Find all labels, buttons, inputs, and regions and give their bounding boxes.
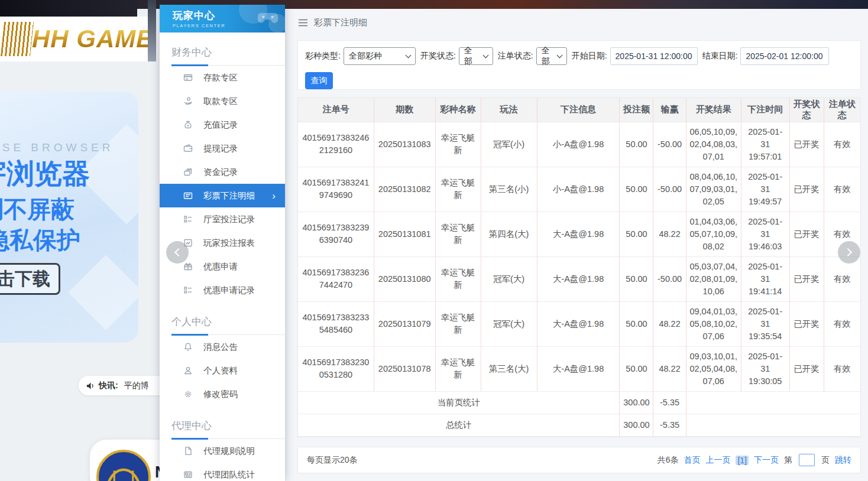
chevron-right-icon: › <box>272 191 276 201</box>
sidebar-item-agent-team-stats[interactable]: 代理团队统计 <box>160 463 285 481</box>
browser-ad-banner[interactable]: RSE BROWSER 宇浏览器 制不屏蔽 隐私保护 击下载 <box>0 92 138 343</box>
table-header-row: 注单号 期数 彩种名称 玩法 下注信息 投注额 输赢 开奖结果 下注时间 开奖状… <box>298 98 860 122</box>
news-icon <box>183 470 193 479</box>
sidebar-item-funds-records[interactable]: 资金记录 <box>160 160 285 184</box>
col-bet-time: 下注时间 <box>741 98 789 122</box>
lottery-type-select[interactable]: 全部彩种 <box>344 47 416 65</box>
summary-cell: -5.35 <box>653 414 686 436</box>
table-cell: 第三名(大) <box>481 346 537 391</box>
summary-cell: -5.35 <box>653 391 686 414</box>
sidebar-item-label: 消息公告 <box>203 342 238 353</box>
sidebar-item-withdraw[interactable]: 取款专区 <box>160 89 285 113</box>
jump-button[interactable]: 跳转 <box>835 455 851 466</box>
table-cell: 09,04,01,03,05,08,10,02,07,06 <box>686 301 741 346</box>
col-bet-amount: 投注额 <box>620 98 653 122</box>
table-cell: 已开奖 <box>789 301 824 346</box>
start-date-input[interactable] <box>610 47 698 65</box>
sidebar-item-promo-apply-records[interactable]: 优惠申请记录 <box>160 278 285 302</box>
panel-next-button[interactable] <box>838 241 860 264</box>
order-status-select[interactable]: 全部 <box>536 47 567 65</box>
page-size-text: 每页显示20条 <box>307 455 358 466</box>
hand-coin-icon <box>183 96 193 106</box>
sidebar-header: 玩家中心 PLAYERS CENTER <box>160 5 285 32</box>
total-count: 共6条 <box>658 455 679 466</box>
ticker-text: 平的博 <box>124 381 149 391</box>
sidebar-item-withdrawal-records[interactable]: 提现记录 <box>160 136 285 160</box>
table-cell: 已开奖 <box>789 122 824 167</box>
chevron-down-icon <box>556 53 562 58</box>
sidebar-item-deposit[interactable]: 存款专区 <box>160 66 285 89</box>
col-period: 期数 <box>374 98 435 122</box>
bet-details-table: 注单号 期数 彩种名称 玩法 下注信息 投注额 输赢 开奖结果 下注时间 开奖状… <box>297 98 861 437</box>
speaker-icon <box>86 382 95 390</box>
sidebar-item-hall-bet-records[interactable]: 厅室投注记录 <box>160 207 285 231</box>
col-lottery-name: 彩种名称 <box>435 98 481 122</box>
table-cell: 已开奖 <box>789 167 824 212</box>
top-left-dark-band <box>0 0 137 18</box>
table-cell: 2025-01-31 19:46:03 <box>741 212 789 256</box>
hamburger-icon[interactable] <box>298 19 308 27</box>
sidebar-item-profile[interactable]: 个人资料 <box>160 359 285 382</box>
section-title: 代理中心 <box>160 406 285 439</box>
sidebar-item-agent-rules[interactable]: 代理规则说明 <box>160 439 285 463</box>
prev-page-link[interactable]: 上一页 <box>705 455 730 466</box>
table-cell: 2025-01-31 19:49:57 <box>741 167 789 212</box>
table-cell: 50.00 <box>620 301 653 346</box>
next-page-link[interactable]: 下一页 <box>754 455 779 466</box>
section-title: 财务中心 <box>160 32 285 66</box>
sidebar-item-recharge-records[interactable]: 充值记录 <box>160 113 285 136</box>
ticket-list-icon <box>183 191 193 200</box>
filter-bar: 彩种类型: 全部彩种 开奖状态: 全部 注单状态: 全部 开始日期: 结束日期:… <box>297 40 861 90</box>
table-cell: 20250131082 <box>374 167 435 212</box>
sidebar-item-messages[interactable]: 消息公告 <box>160 335 285 359</box>
pagination-bar: 每页显示20条 共6条 首页 上一页 [1] 下一页 第页 跳转 <box>297 447 861 473</box>
draw-status-select[interactable]: 全部 <box>459 47 493 65</box>
col-order-status: 注单状态 <box>824 98 860 122</box>
current-page: [1] <box>736 456 749 465</box>
table-cell: -50.00 <box>653 122 686 167</box>
table-cell: 有效 <box>824 256 860 301</box>
bet-table-body: 40156917383246212916020250131083幸运飞艇新冠军(… <box>298 122 860 436</box>
main-content: 彩票下注明细 彩种类型: 全部彩种 开奖状态: 全部 注单状态: 全部 开始日期… <box>285 9 868 481</box>
table-cell: 20250131083 <box>374 122 435 167</box>
download-button[interactable]: 击下载 <box>0 263 60 295</box>
table-cell: 有效 <box>824 122 860 167</box>
table-cell: 401569173832396390740 <box>298 212 374 256</box>
sidebar-item-label: 彩票下注明细 <box>203 190 255 202</box>
table-cell: 已开奖 <box>789 346 824 391</box>
chevron-left-icon <box>174 248 183 256</box>
draw-status-label: 开奖状态: <box>420 51 456 61</box>
sidebar-item-change-password[interactable]: 修改密码 <box>160 382 285 406</box>
start-date-label: 开始日期: <box>572 51 607 61</box>
banner-subtitle: RSE BROWSER <box>0 141 114 154</box>
table-row: 40156917383230053128020250131078幸运飞艇新第三名… <box>298 346 860 391</box>
table-row: 40156917383233548546020250131079幸运飞艇新冠军(… <box>298 301 860 346</box>
table-cell: 大-A盘@1.98 <box>537 346 620 391</box>
logo-stripes-decoration <box>1 22 34 56</box>
summary-cell: 300.00 <box>620 391 653 414</box>
col-win-loss: 输赢 <box>653 98 686 122</box>
section-title: 个人中心 <box>160 302 285 335</box>
sidebar-item-label: 玩家投注报表 <box>203 238 255 249</box>
checklist-icon <box>183 214 193 224</box>
summary-cell <box>686 391 860 414</box>
banner-line3: 隐私保护 <box>0 224 80 256</box>
sidebar-item-label: 代理团队统计 <box>203 469 255 480</box>
sidebar-collapse-button[interactable] <box>166 241 189 264</box>
end-date-input[interactable] <box>740 47 829 65</box>
search-button[interactable]: 查询 <box>305 72 333 89</box>
end-date-label: 结束日期: <box>702 51 738 61</box>
first-page-link[interactable]: 首页 <box>684 455 700 466</box>
bridge-icon <box>99 452 148 481</box>
sidebar-item-label: 个人资料 <box>203 365 238 376</box>
table-cell: 401569173832300531280 <box>298 346 374 391</box>
sidebar-item-label: 优惠申请 <box>203 261 238 272</box>
jump-prefix: 第 <box>784 455 792 466</box>
table-cell: 2025-01-31 19:41:14 <box>741 256 789 301</box>
news-ticker[interactable]: 快讯: 平的博 <box>79 376 173 395</box>
page-jump-input[interactable] <box>799 454 815 466</box>
banner-line2: 制不屏蔽 <box>0 193 75 226</box>
col-order-id: 注单号 <box>298 98 374 122</box>
sidebar-item-lottery-bet-details[interactable]: 彩票下注明细› <box>160 184 285 207</box>
sidebar-item-label: 代理规则说明 <box>203 446 255 457</box>
